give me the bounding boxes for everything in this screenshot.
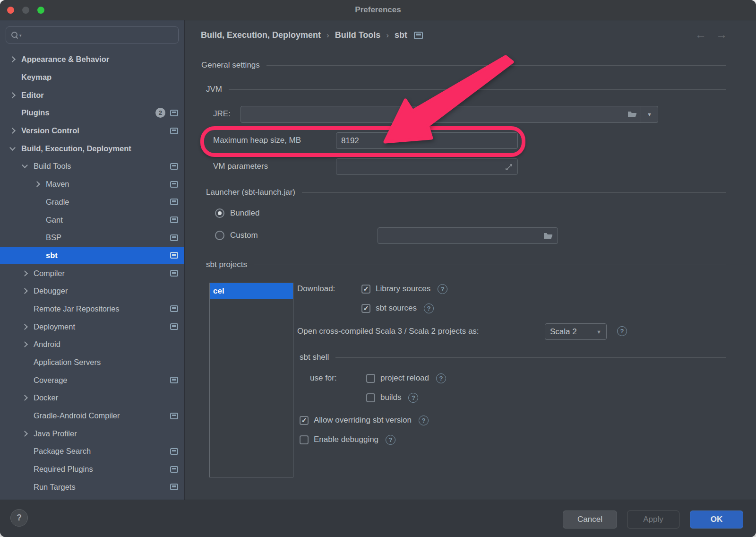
sidebar-item-package-search[interactable]: Package Search xyxy=(0,442,184,460)
sidebar-item-compiler[interactable]: Compiler xyxy=(0,264,184,282)
chevron-right-icon[interactable] xyxy=(22,325,34,329)
library-sources-checkbox[interactable]: ✓ xyxy=(361,285,370,294)
section-title: sbt projects xyxy=(206,260,247,270)
max-heap-label: Maximum heap size, MB xyxy=(213,135,301,146)
project-reload-row: ✓ project reload ? xyxy=(366,373,446,383)
help-icon[interactable]: ? xyxy=(419,416,429,425)
sidebar-item-label: Editor xyxy=(21,91,44,100)
help-icon[interactable]: ? xyxy=(424,303,434,313)
breadcrumb-item[interactable]: Build Tools xyxy=(335,30,381,40)
folder-icon[interactable] xyxy=(543,232,553,240)
help-icon[interactable]: ? xyxy=(408,393,418,403)
forward-arrow-icon[interactable]: → xyxy=(716,29,727,40)
sidebar-item-label: sbt xyxy=(46,251,58,260)
sidebar-item-docker[interactable]: Docker xyxy=(0,389,184,407)
chevron-right-icon[interactable] xyxy=(22,271,34,276)
sidebar-item-editor[interactable]: Editor xyxy=(0,86,184,104)
sidebar-item-application-servers[interactable]: Application Servers xyxy=(0,354,184,372)
breadcrumb-separator: › xyxy=(386,31,389,40)
sidebar-item-coverage[interactable]: Coverage xyxy=(0,371,184,389)
screen-icon xyxy=(170,217,178,223)
sidebar-item-build-tools[interactable]: Build Tools xyxy=(0,157,184,175)
help-icon[interactable]: ? xyxy=(436,373,446,383)
project-reload-checkbox[interactable]: ✓ xyxy=(366,374,375,383)
sidebar-item-label: Version Control xyxy=(21,126,79,135)
cancel-button[interactable]: Cancel xyxy=(563,511,617,528)
allow-override-label: Allow overriding sbt version xyxy=(314,415,412,425)
plugins-count-badge: 2 xyxy=(155,108,165,118)
ok-button[interactable]: OK xyxy=(690,511,743,528)
breadcrumb-item[interactable]: Build, Execution, Deployment xyxy=(201,30,321,40)
breadcrumb-separator: › xyxy=(326,31,329,40)
folder-icon[interactable] xyxy=(627,111,637,118)
scala-version-dropdown[interactable]: Scala 2 ▼ xyxy=(545,323,607,340)
sidebar-item-build-execution-deployment[interactable]: Build, Execution, Deployment xyxy=(0,139,184,157)
sidebar-item-required-plugins[interactable]: Required Plugins xyxy=(0,460,184,478)
builds-checkbox[interactable]: ✓ xyxy=(366,393,375,402)
sidebar-item-label: Remote Jar Repositories xyxy=(34,304,120,313)
chevron-right-icon[interactable] xyxy=(9,129,21,133)
sidebar-item-keymap[interactable]: Keymap xyxy=(0,69,184,87)
project-list-item[interactable]: cel xyxy=(210,283,293,299)
enable-debugging-checkbox[interactable]: ✓ xyxy=(300,435,309,444)
jre-dropdown-button[interactable]: ▼ xyxy=(641,106,658,122)
vm-parameters-input[interactable] xyxy=(336,158,518,175)
help-icon[interactable]: ? xyxy=(617,326,627,336)
allow-override-checkbox[interactable]: ✓ xyxy=(300,416,309,425)
search-input[interactable]: ▾ xyxy=(6,26,179,43)
search-options-caret-icon[interactable]: ▾ xyxy=(19,33,22,38)
screen-icon xyxy=(170,128,178,134)
help-button[interactable]: ? xyxy=(10,509,28,527)
max-heap-input[interactable]: 8192 xyxy=(336,132,518,149)
screen-icon xyxy=(170,323,178,330)
jre-combobox[interactable]: ▼ xyxy=(241,106,658,123)
sidebar-item-version-control[interactable]: Version Control xyxy=(0,122,184,140)
chevron-down-icon[interactable] xyxy=(22,165,34,167)
sidebar-item-sbt[interactable]: sbt xyxy=(0,247,184,265)
sbt-sources-checkbox[interactable]: ✓ xyxy=(361,304,370,313)
custom-radio[interactable] xyxy=(215,231,224,240)
chevron-right-icon[interactable] xyxy=(22,342,34,346)
sidebar-item-label: Coverage xyxy=(34,376,68,385)
sidebar-item-label: Java Profiler xyxy=(34,429,77,438)
sidebar-item-plugins[interactable]: Plugins2 xyxy=(0,104,184,122)
sidebar-item-java-profiler[interactable]: Java Profiler xyxy=(0,424,184,442)
sidebar-item-deployment[interactable]: Deployment xyxy=(0,318,184,336)
chevron-right-icon[interactable] xyxy=(22,289,34,293)
screen-icon xyxy=(170,234,178,241)
chevron-right-icon[interactable] xyxy=(22,432,34,436)
apply-button[interactable]: Apply xyxy=(627,511,679,528)
sidebar-item-maven[interactable]: Maven xyxy=(0,175,184,193)
chevron-right-icon[interactable] xyxy=(9,93,21,97)
expand-field-icon[interactable] xyxy=(505,163,513,171)
section-jvm: JVM xyxy=(206,84,726,95)
help-icon[interactable]: ? xyxy=(386,435,395,445)
section-launcher: Launcher (sbt-launch.jar) xyxy=(206,187,726,198)
library-sources-label: Library sources xyxy=(376,284,430,294)
search-icon xyxy=(11,31,18,39)
breadcrumb-item[interactable]: sbt xyxy=(395,30,407,40)
sidebar-item-bsp[interactable]: BSP xyxy=(0,229,184,247)
chevron-down-icon[interactable] xyxy=(9,147,21,150)
back-arrow-icon[interactable]: ← xyxy=(695,29,706,40)
chevron-down-icon: ▼ xyxy=(647,112,652,117)
chevron-right-icon[interactable] xyxy=(22,396,34,400)
sidebar-item-gradle-android-compiler[interactable]: Gradle-Android Compiler xyxy=(0,407,184,425)
sidebar-item-label: Package Search xyxy=(34,447,91,456)
custom-label: Custom xyxy=(230,230,258,241)
bundled-radio[interactable] xyxy=(215,208,224,218)
sidebar-item-remote-jar-repositories[interactable]: Remote Jar Repositories xyxy=(0,300,184,318)
help-icon[interactable]: ? xyxy=(438,284,447,294)
sidebar-item-debugger[interactable]: Debugger xyxy=(0,282,184,300)
sbt-sources-row: ✓ sbt sources ? xyxy=(361,303,434,313)
sidebar-item-gant[interactable]: Gant xyxy=(0,211,184,229)
sidebar-item-appearance-behavior[interactable]: Appearance & Behavior xyxy=(0,51,184,69)
chevron-right-icon[interactable] xyxy=(9,57,21,61)
chevron-right-icon[interactable] xyxy=(34,182,46,186)
sidebar-item-android[interactable]: Android xyxy=(0,336,184,354)
sidebar-item-gradle[interactable]: Gradle xyxy=(0,193,184,211)
sidebar-item-run-targets[interactable]: Run Targets xyxy=(0,478,184,496)
screen-icon xyxy=(170,181,178,188)
custom-launcher-path-input[interactable] xyxy=(378,227,558,244)
sbt-projects-list[interactable]: cel xyxy=(209,283,293,477)
